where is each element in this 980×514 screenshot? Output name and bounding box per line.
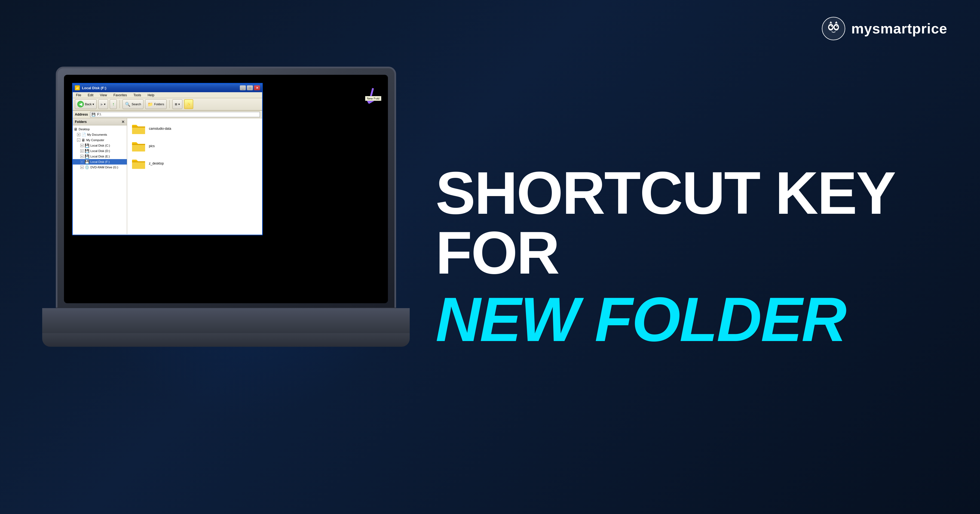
- menu-file[interactable]: File: [75, 93, 82, 98]
- new-folder-icon: ✨: [187, 103, 191, 106]
- tree-item-label: Local Disk (F:): [91, 160, 110, 163]
- forward-dropdown: ▾: [104, 103, 106, 106]
- svg-point-3: [829, 25, 832, 29]
- folders-label: Folders: [154, 103, 164, 106]
- maximize-button[interactable]: □: [247, 86, 253, 90]
- new-folder-tooltip: New Fold: [365, 96, 381, 101]
- search-label: Search: [132, 103, 141, 106]
- diske-icon: 💾: [85, 154, 89, 159]
- laptop-wrapper: ↙ New Fold 📁 Local Disk (F:) _ □ ✕: [42, 67, 410, 447]
- close-button[interactable]: ✕: [254, 86, 260, 90]
- folder-tree: 🖥 Desktop + 📄 My Documents −: [73, 125, 127, 171]
- expand-mydocs[interactable]: +: [77, 133, 80, 136]
- folders-panel-header: Folders ✕: [73, 118, 127, 125]
- tree-item-label: Local Disk (D:): [91, 149, 110, 152]
- explorer-titlebar: 📁 Local Disk (F:) _ □ ✕: [73, 84, 262, 92]
- forward-icon: ▶: [101, 103, 103, 106]
- tree-item-label: Desktop: [79, 127, 89, 131]
- tree-item-diskc[interactable]: + 💾 Local Disk (C:): [73, 143, 127, 148]
- headline-line2: NEW FOLDER: [436, 288, 953, 351]
- explorer-window: 📁 Local Disk (F:) _ □ ✕ File Edit View: [72, 83, 263, 235]
- address-input[interactable]: 💾 F:\: [90, 112, 260, 117]
- tree-item-label: My Documents: [87, 133, 107, 136]
- tree-item-label: Local Disk (E:): [91, 155, 110, 158]
- tree-item-diskf[interactable]: + 💾 Local Disk (F:): [73, 159, 127, 165]
- tree-item-mycomputer[interactable]: − 🖥 My Computer: [73, 137, 127, 143]
- menu-edit[interactable]: Edit: [87, 93, 94, 98]
- forward-button[interactable]: ▶ ▾: [98, 99, 108, 109]
- dvd-icon: 💿: [85, 165, 89, 170]
- new-folder-button[interactable]: ✨: [184, 99, 193, 109]
- explorer-title: Local Disk (F:): [82, 86, 238, 90]
- explorer-toolbar: ◀ Back ▾ ▶ ▾ ↑ 🔍: [73, 98, 262, 111]
- titlebar-buttons: _ □ ✕: [240, 86, 260, 90]
- logo-text: mysmartprice: [851, 21, 947, 37]
- views-icon: ⊞: [175, 103, 177, 106]
- text-section: SHORTCUT KEY FOR NEW FOLDER: [436, 163, 953, 351]
- address-label: Address: [75, 113, 88, 116]
- screen-bezel: ↙ New Fold 📁 Local Disk (F:) _ □ ✕: [64, 75, 388, 303]
- laptop-bottom: [42, 333, 410, 347]
- views-button[interactable]: ⊞ ▾: [172, 99, 182, 109]
- diskc-icon: 💾: [85, 143, 89, 148]
- toolbar-divider-1: [119, 100, 120, 108]
- menu-view[interactable]: View: [99, 93, 108, 98]
- diskf-icon: 💾: [85, 160, 89, 164]
- folder-camstudio-label: camstudio-data: [149, 127, 171, 130]
- back-label: Back: [85, 103, 91, 106]
- content-area: camstudio-data pics: [127, 118, 262, 234]
- expand-diskf[interactable]: +: [80, 160, 84, 163]
- svg-point-0: [822, 17, 845, 40]
- svg-point-4: [835, 25, 838, 29]
- tree-item-label: My Computer: [86, 138, 104, 142]
- laptop-section: ↙ New Fold 📁 Local Disk (F:) _ □ ✕: [22, 33, 430, 481]
- expand-diskc[interactable]: +: [80, 144, 84, 147]
- expand-mycomputer[interactable]: −: [77, 138, 80, 142]
- folders-panel: Folders ✕ 🖥 Desktop + 📄: [73, 118, 127, 234]
- expand-dvd[interactable]: +: [80, 166, 84, 169]
- folder-pics-label: pics: [149, 144, 154, 148]
- menu-favorites[interactable]: Favorites: [113, 93, 128, 98]
- toolbar-divider-2: [169, 100, 170, 108]
- explorer-titlebar-icon: 📁: [75, 86, 80, 90]
- folder-zdesktop-label: z_desktop: [149, 162, 164, 165]
- back-button[interactable]: ◀ Back ▾: [75, 99, 97, 109]
- tree-item-label: Local Disk (C:): [91, 144, 110, 147]
- views-dropdown: ▾: [178, 103, 180, 106]
- folders-panel-title: Folders: [75, 120, 87, 124]
- expand-diskd[interactable]: +: [80, 149, 84, 152]
- tree-item-diskd[interactable]: + 💾 Local Disk (D:): [73, 148, 127, 154]
- explorer-addressbar: Address 💾 F:\: [73, 111, 262, 118]
- menu-tools[interactable]: Tools: [132, 93, 142, 98]
- mycomputer-icon: 🖥: [81, 138, 85, 142]
- up-icon: ↑: [112, 102, 115, 106]
- back-dropdown: ▾: [92, 103, 94, 106]
- folders-panel-close[interactable]: ✕: [121, 120, 125, 124]
- tree-item-mydocs[interactable]: + 📄 My Documents: [73, 132, 127, 137]
- search-button[interactable]: 🔍 Search: [123, 99, 143, 109]
- folders-button[interactable]: 📁 Folders: [145, 99, 167, 109]
- headline-line1: SHORTCUT KEY FOR: [436, 163, 953, 283]
- folder-item-pics[interactable]: pics: [132, 140, 258, 152]
- folders-icon: 📁: [148, 102, 153, 107]
- diskd-icon: 💾: [85, 149, 89, 153]
- tree-item-dvd[interactable]: + 💿 DVD-RAM Drive (G:): [73, 165, 127, 170]
- back-icon: ◀: [77, 101, 84, 108]
- tree-item-label: DVD-RAM Drive (G:): [91, 166, 118, 169]
- folder-pics-icon: [132, 140, 146, 152]
- up-button[interactable]: ↑: [110, 99, 117, 109]
- folder-camstudio-icon: [132, 123, 146, 135]
- tree-item-diske[interactable]: + 💾 Local Disk (E:): [73, 154, 127, 159]
- folder-zdesktop-icon: [132, 157, 146, 170]
- minimize-button[interactable]: _: [240, 86, 246, 90]
- tree-item-desktop[interactable]: 🖥 Desktop: [73, 127, 127, 132]
- expand-diske[interactable]: +: [80, 155, 84, 158]
- address-disk-icon: 💾: [91, 113, 95, 116]
- menu-help[interactable]: Help: [146, 93, 156, 98]
- folder-item-zdesktop[interactable]: z_desktop: [132, 157, 258, 170]
- svg-point-6: [836, 26, 837, 27]
- search-icon: 🔍: [125, 102, 130, 107]
- svg-point-5: [831, 26, 832, 27]
- folder-item-camstudio[interactable]: camstudio-data: [132, 123, 258, 135]
- laptop-screen: ↙ New Fold 📁 Local Disk (F:) _ □ ✕: [56, 67, 396, 311]
